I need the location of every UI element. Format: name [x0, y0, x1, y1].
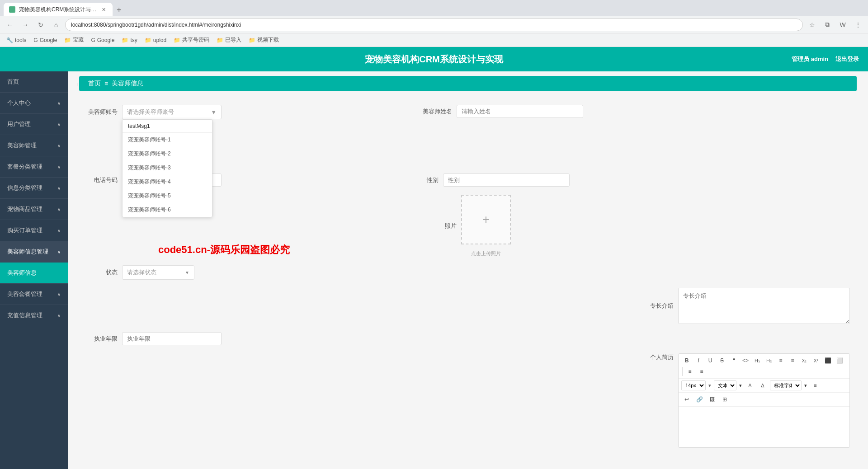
staff-id-select[interactable]: 请选择美容师账号 ▼: [122, 105, 222, 119]
bookmark-button[interactable]: ☆: [806, 19, 818, 31]
dropdown-item-1[interactable]: 宠宠美容师账号-1: [123, 133, 212, 147]
sidebar-item-personal[interactable]: 个人中心 ∨: [0, 93, 68, 114]
sidebar-item-beautician-info-mgmt[interactable]: 美容师信息管理 ∨: [0, 241, 68, 263]
sidebar-item-beautician-mgmt[interactable]: 美容师管理 ∨: [0, 135, 68, 156]
bookmark-imported[interactable]: 📁 已导入: [214, 35, 244, 45]
new-tab-button[interactable]: +: [113, 4, 125, 16]
bold-button[interactable]: B: [681, 356, 692, 366]
editor-toolbar-row3: ↩ 🔗 🖼 ⊞: [679, 393, 849, 407]
arrow-icon: ∨: [57, 313, 61, 318]
align-justify-button[interactable]: ≡: [810, 380, 821, 390]
status-group: 状态 请选择状态 ▼: [86, 265, 194, 280]
back-button[interactable]: ←: [4, 19, 16, 31]
admin-text[interactable]: 管理员 admin: [792, 55, 828, 63]
code-button[interactable]: <>: [740, 356, 751, 366]
gender-input[interactable]: [443, 174, 570, 187]
forward-button[interactable]: →: [19, 19, 32, 31]
status-placeholder: 请选择状态: [127, 268, 156, 277]
arrow-icon: ∨: [57, 143, 61, 148]
breadcrumb-home[interactable]: 首页: [88, 80, 101, 88]
bookmark-video-download[interactable]: 📁 视频下载: [246, 35, 282, 45]
sidebar-item-beautician-info[interactable]: 美容师信息: [0, 263, 68, 284]
underline-button[interactable]: U: [705, 356, 716, 366]
outdent-button[interactable]: ⬜: [834, 356, 845, 366]
paragraph-select[interactable]: 文本: [714, 380, 736, 390]
sidebar-item-recharge[interactable]: 充值信息管理 ∨: [0, 305, 68, 326]
quote-button[interactable]: ❝: [728, 356, 739, 366]
logout-button[interactable]: 退出登录: [835, 55, 859, 63]
specialty-textarea[interactable]: [678, 288, 850, 324]
sidebar-item-package-category[interactable]: 套餐分类管理 ∨: [0, 156, 68, 178]
font-size-select[interactable]: 14px 12px 16px 18px: [681, 380, 706, 390]
strikethrough-button[interactable]: S: [717, 356, 727, 366]
subscript-button[interactable]: X₂: [799, 356, 810, 366]
sidebar-item-orders[interactable]: 购买订单管理 ∨: [0, 220, 68, 241]
bio-editor-body[interactable]: [679, 407, 849, 447]
sidebar-item-users[interactable]: 用户管理 ∨: [0, 114, 68, 135]
refresh-button[interactable]: ↻: [34, 19, 47, 31]
align-left-button[interactable]: ≡: [684, 366, 695, 376]
photo-upload-area[interactable]: +: [461, 195, 511, 244]
bio-label: 个人简历: [642, 353, 674, 361]
address-bar[interactable]: localhost:8080/springbootr1gdh/admin/dis…: [65, 19, 803, 31]
bookmark-baozang[interactable]: 📁 宝藏: [61, 35, 86, 45]
active-tab[interactable]: 宠物美容机构CRM系统设计与… ✕: [4, 3, 113, 16]
arrow-icon: ∨: [57, 207, 61, 212]
indent-button[interactable]: ⬛: [822, 356, 833, 366]
gender-label: 性别: [407, 176, 439, 184]
profile-button[interactable]: W: [836, 19, 849, 31]
staff-id-dropdown-menu: testMsg1 宠宠美容师账号-1 宠宠美容师账号-2 宠宠美容师账号-3 宠…: [122, 119, 212, 217]
form-row-status: 状态 请选择状态 ▼: [86, 265, 850, 280]
status-select-wrapper: 请选择状态 ▼: [122, 265, 194, 280]
dropdown-item-2[interactable]: 宠宠美容师账号-2: [123, 147, 212, 161]
font-color-button[interactable]: A: [745, 380, 755, 390]
bg-color-button[interactable]: A: [757, 380, 768, 390]
sidebar-item-package-mgmt[interactable]: 美容套餐管理 ∨: [0, 284, 68, 305]
dropdown-item-0[interactable]: testMsg1: [123, 120, 212, 133]
status-select[interactable]: 请选择状态 ▼: [122, 265, 194, 280]
sidebar-item-info-category[interactable]: 信息分类管理 ∨: [0, 178, 68, 199]
italic-button[interactable]: I: [693, 356, 704, 366]
home-button[interactable]: ⌂: [50, 19, 62, 31]
sidebar-item-home[interactable]: 首页: [0, 71, 68, 93]
browser-chrome: 宠物美容机构CRM系统设计与… ✕ +: [0, 0, 868, 16]
tab-close-button[interactable]: ✕: [100, 6, 107, 13]
years-input[interactable]: [122, 332, 222, 345]
staff-id-label: 美容师账号: [86, 108, 118, 116]
undo-button[interactable]: ↩: [681, 394, 692, 404]
dropdown-item-3[interactable]: 宠宠美容师账号-3: [123, 161, 212, 175]
link-button[interactable]: 🔗: [694, 394, 705, 404]
photo-label: 照片: [425, 222, 457, 230]
bookmark-tools[interactable]: 🔧 tools: [4, 35, 29, 45]
h2-button[interactable]: H₂: [764, 356, 774, 366]
dropdown-item-4[interactable]: 宠宠美容师账号-4: [123, 175, 212, 189]
specialty-label: 专长介绍: [642, 302, 674, 310]
bookmark-google2[interactable]: G Google: [88, 35, 117, 45]
bookmark-share-password[interactable]: 📁 共享号密码: [171, 35, 212, 45]
font-family-select[interactable]: 标准字体: [770, 380, 802, 390]
gender-group: 性别: [407, 174, 570, 187]
bio-group: 个人简历 B I U S ❝ <> H₁ H₂ ≡: [642, 353, 850, 448]
image-button[interactable]: 🖼: [707, 394, 717, 404]
h1-button[interactable]: H₁: [752, 356, 763, 366]
table-button[interactable]: ⊞: [719, 394, 730, 404]
sidebar-item-pet-goods[interactable]: 宠物商品管理 ∨: [0, 199, 68, 220]
bookmark-google1[interactable]: G Google: [31, 35, 60, 45]
bookmark-tsy[interactable]: 📁 tsy: [119, 35, 140, 45]
staff-name-input[interactable]: [457, 105, 583, 118]
align-right-button[interactable]: ≡: [696, 366, 707, 376]
app-wrapper: 宠物美容机构CRM系统设计与实现 管理员 admin 退出登录 首页 个人中心 …: [0, 47, 868, 469]
rich-editor: B I U S ❝ <> H₁ H₂ ≡ ≡ X₂: [678, 353, 850, 448]
form-row-1: 美容师账号 请选择美容师账号 ▼ testMsg1 宠宠美容师账号-1 宠宠美容…: [86, 105, 850, 119]
superscript-button[interactable]: X²: [811, 356, 821, 366]
ol-button[interactable]: ≡: [775, 356, 786, 366]
app-body: 首页 个人中心 ∨ 用户管理 ∨ 美容师管理 ∨ 套餐分类管理 ∨ 信息分类管理…: [0, 71, 868, 469]
ul-button[interactable]: ≡: [787, 356, 798, 366]
app-header: 宠物美容机构CRM系统设计与实现 管理员 admin 退出登录: [0, 47, 868, 71]
menu-button[interactable]: ⋮: [852, 19, 864, 31]
form-row-specialty: 专长介绍: [86, 288, 850, 324]
dropdown-item-5[interactable]: 宠宠美容师账号-5: [123, 189, 212, 203]
dropdown-item-6[interactable]: 宠宠美容师账号-6: [123, 203, 212, 217]
extensions-button[interactable]: ⧉: [821, 19, 834, 31]
bookmark-uplod[interactable]: 📁 uplod: [142, 35, 169, 45]
